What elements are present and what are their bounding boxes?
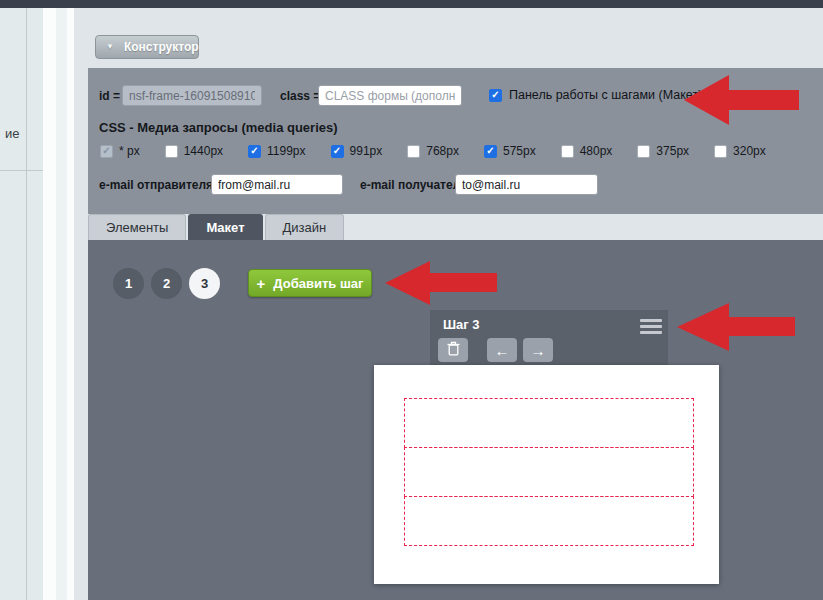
media-option-375px[interactable]: 375px — [637, 144, 689, 158]
layout-tab-content: 123 + Добавить шаг Шаг 3 ← → — [88, 240, 823, 600]
form-row-placeholder[interactable] — [404, 398, 694, 448]
class-label: class = — [280, 89, 320, 103]
hamburger-menu-icon[interactable] — [640, 319, 662, 337]
arrow-head — [677, 303, 729, 351]
add-step-button[interactable]: + Добавить шаг — [248, 269, 372, 297]
step-panel: Шаг 3 ← → — [430, 310, 668, 367]
media-queries-header: CSS - Медиа запросы (media queries) — [99, 120, 338, 135]
form-rows-container — [404, 398, 694, 546]
tabs: ЭлементыМакетДизайн — [88, 214, 346, 240]
checkbox-1199px[interactable]: ✓ — [248, 145, 261, 158]
step-circle-1[interactable]: 1 — [113, 268, 144, 299]
red-arrow-annotation-add-step — [385, 261, 430, 305]
media-option-480px[interactable]: 480px — [561, 144, 613, 158]
arrow-right-icon: → — [531, 342, 546, 359]
tab-1[interactable]: Макет — [188, 214, 262, 241]
red-arrow-annotation-step-menu — [677, 303, 729, 351]
sidebar-clipped-text: ие — [5, 126, 20, 141]
checkbox-1440px[interactable] — [165, 145, 178, 158]
media-option-label: 768px — [426, 144, 459, 158]
media-option-768px[interactable]: 768px — [407, 144, 459, 158]
move-step-left-button[interactable]: ← — [487, 338, 517, 362]
arrow-head — [684, 75, 729, 125]
media-option-label: 1199px — [267, 144, 305, 158]
constructor-button[interactable]: ▼ Конструктор — [95, 35, 199, 59]
form-row-placeholder[interactable] — [404, 496, 694, 546]
plus-icon: + — [257, 276, 266, 291]
id-label: id = — [99, 89, 120, 103]
media-option-label: 320px — [733, 144, 766, 158]
steps-panel-toggle[interactable]: ✓ Панель работы с шагами (Макет) — [489, 88, 702, 102]
step-circle-3[interactable]: 3 — [189, 268, 220, 299]
media-option-label: 991px — [350, 144, 383, 158]
sidebar-stripe — [56, 8, 67, 600]
checkbox-star-px: ✓ — [100, 145, 113, 158]
add-step-label: Добавить шаг — [273, 276, 363, 291]
media-option-1199px[interactable]: ✓1199px — [248, 144, 305, 158]
email-from-field[interactable] — [211, 174, 343, 195]
step-panel-title: Шаг 3 — [443, 317, 480, 332]
media-option-label: 480px — [580, 144, 613, 158]
steps-panel-checkbox[interactable]: ✓ — [489, 89, 502, 102]
email-from-label: e-mail отправителя: — [99, 178, 217, 192]
sidebar: ие — [0, 8, 74, 600]
arrow-tail — [430, 273, 497, 292]
form-row-placeholder[interactable] — [404, 447, 694, 497]
arrow-tail — [729, 317, 795, 336]
checkbox-991px[interactable]: ✓ — [331, 145, 344, 158]
sidebar-stripe — [27, 8, 43, 600]
checkbox-768px[interactable] — [407, 145, 420, 158]
checkbox-320px[interactable] — [714, 145, 727, 158]
class-field[interactable] — [318, 85, 462, 106]
media-option-label: 375px — [656, 144, 689, 158]
red-arrow-annotation-steps-checkbox — [684, 75, 729, 125]
media-option-575px[interactable]: ✓575px — [484, 144, 536, 158]
email-to-field[interactable] — [455, 174, 598, 195]
media-option-label: 575px — [503, 144, 536, 158]
arrow-head — [385, 261, 430, 305]
tab-2[interactable]: Дизайн — [265, 214, 345, 241]
media-option-label: 1440px — [184, 144, 223, 158]
sidebar-stripe — [0, 8, 27, 600]
step-circle-2[interactable]: 2 — [151, 268, 182, 299]
form-canvas — [374, 365, 719, 584]
top-bar — [0, 0, 823, 8]
step-circles: 123 — [113, 268, 227, 299]
tab-0[interactable]: Элементы — [88, 214, 186, 241]
checkbox-375px[interactable] — [637, 145, 650, 158]
media-option-label: * px — [119, 144, 140, 158]
media-option-320px[interactable]: 320px — [714, 144, 766, 158]
trash-icon — [447, 341, 460, 359]
checkbox-480px[interactable] — [561, 145, 574, 158]
media-option-1440px[interactable]: 1440px — [165, 144, 223, 158]
steps-panel-checkbox-label: Панель работы с шагами (Макет) — [509, 88, 702, 102]
media-options-row: ✓* px1440px✓1199px✓991px768px✓575px480px… — [100, 144, 791, 158]
arrow-left-icon: ← — [495, 342, 510, 359]
checkbox-575px[interactable]: ✓ — [484, 145, 497, 158]
delete-step-button[interactable] — [438, 338, 468, 362]
arrow-tail — [729, 90, 799, 110]
form-builder-screen: ие ▼ Конструктор id = class = ✓ Панель р… — [0, 0, 823, 600]
media-option-star-px: ✓* px — [100, 144, 140, 158]
move-step-right-button[interactable]: → — [523, 338, 553, 362]
id-field[interactable] — [122, 85, 262, 106]
chevron-down-icon: ▼ — [106, 43, 114, 51]
media-option-991px[interactable]: ✓991px — [331, 144, 383, 158]
sidebar-divider — [0, 170, 43, 171]
constructor-button-label: Конструктор — [124, 40, 199, 54]
